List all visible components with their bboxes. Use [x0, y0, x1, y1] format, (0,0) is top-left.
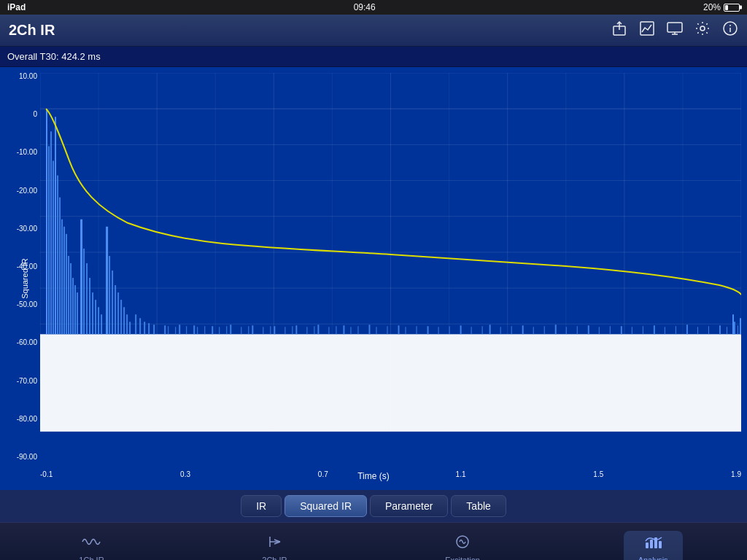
- svg-rect-128: [599, 327, 600, 334]
- svg-rect-131: [643, 326, 643, 334]
- svg-rect-45: [68, 256, 69, 334]
- svg-rect-132: [665, 327, 665, 334]
- share-icon[interactable]: [611, 20, 627, 40]
- svg-rect-100: [219, 327, 220, 334]
- y-tick-7: -60.00: [0, 339, 40, 346]
- info-icon[interactable]: [722, 20, 738, 40]
- svg-rect-36: [48, 146, 50, 334]
- svg-rect-135: [708, 326, 709, 334]
- svg-rect-54: [92, 292, 93, 334]
- svg-rect-122: [500, 327, 501, 334]
- svg-rect-55: [95, 300, 96, 334]
- svg-rect-88: [555, 324, 557, 334]
- svg-rect-136: [727, 327, 727, 334]
- svg-rect-35: [46, 109, 47, 334]
- svg-rect-139: [740, 318, 741, 334]
- nav-2ch-ir-label: 2Ch IR: [262, 556, 287, 561]
- status-time: 09:46: [354, 2, 376, 12]
- status-bar: iPad 09:46 20%: [0, 0, 747, 15]
- analysis-icon: [643, 534, 663, 554]
- svg-rect-124: [533, 327, 534, 334]
- y-tick-0: 10.00: [0, 73, 40, 80]
- svg-rect-98: [197, 327, 198, 334]
- y-tick-3: -20.00: [0, 187, 40, 195]
- svg-rect-120: [471, 327, 472, 334]
- svg-rect-60: [112, 271, 113, 334]
- nav-1ch-ir[interactable]: 1Ch IR: [64, 531, 118, 561]
- tab-squared-ir[interactable]: Squared IR: [285, 495, 367, 517]
- x-axis-label: Time (s): [357, 471, 390, 481]
- svg-rect-56: [98, 307, 99, 334]
- y-tick-9: -80.00: [0, 416, 40, 423]
- svg-rect-62: [117, 292, 119, 334]
- svg-rect-125: [544, 326, 545, 334]
- svg-rect-70: [148, 323, 150, 334]
- x-tick-1: 0.3: [180, 470, 190, 478]
- svg-rect-69: [144, 322, 145, 334]
- nav-analysis[interactable]: Analysis: [624, 531, 683, 561]
- svg-rect-77: [252, 325, 253, 334]
- title-bar: 2Ch IR: [0, 15, 747, 47]
- excitation-icon: [452, 534, 473, 554]
- svg-rect-126: [566, 327, 567, 334]
- svg-rect-110: [328, 327, 329, 334]
- svg-rect-53: [89, 278, 90, 334]
- svg-rect-107: [292, 326, 293, 334]
- svg-rect-108: [306, 327, 307, 334]
- svg-rect-145: [646, 542, 649, 548]
- nav-excitation-label: Excitation: [445, 556, 480, 561]
- bottom-nav: 1Ch IR 2Ch IR Excitation: [0, 522, 747, 560]
- tab-ir[interactable]: IR: [241, 495, 282, 517]
- svg-rect-103: [248, 326, 249, 334]
- svg-rect-50: [80, 219, 82, 335]
- svg-rect-73: [179, 324, 180, 334]
- svg-rect-66: [129, 322, 131, 334]
- svg-rect-115: [387, 326, 387, 334]
- tab-parameter[interactable]: Parameter: [370, 495, 448, 517]
- y-axis-label: Squared IR: [20, 258, 29, 299]
- nav-2ch-ir[interactable]: 2Ch IR: [247, 531, 301, 561]
- svg-rect-72: [164, 325, 166, 334]
- info-bar: Overall T30: 424.2 ms: [0, 47, 747, 67]
- chart-tab-bar: IR Squared IR Parameter Table: [0, 490, 747, 522]
- x-tick-5: 1.9: [731, 470, 741, 478]
- svg-rect-80: [317, 324, 319, 334]
- y-tick-1: 0: [0, 111, 40, 118]
- svg-rect-49: [77, 292, 78, 334]
- tab-table[interactable]: Table: [451, 495, 506, 517]
- svg-rect-37: [50, 131, 52, 334]
- svg-rect-40: [57, 176, 58, 335]
- svg-rect-86: [489, 324, 491, 334]
- svg-rect-111: [336, 326, 336, 334]
- svg-rect-127: [577, 326, 578, 334]
- svg-rect-118: [438, 327, 439, 334]
- svg-rect-46: [70, 263, 71, 334]
- display-icon[interactable]: [667, 20, 683, 40]
- nav-1ch-ir-label: 1Ch IR: [79, 556, 104, 561]
- svg-rect-129: [610, 326, 611, 334]
- svg-rect-52: [86, 263, 88, 334]
- svg-rect-138: [732, 314, 734, 334]
- nav-analysis-label: Analysis: [638, 556, 668, 561]
- battery-percent: 20%: [703, 2, 721, 12]
- chart-container: 10.00 0 -10.00 -20.00 -30.00 -40.00 -50.…: [0, 67, 747, 490]
- svg-rect-104: [263, 327, 263, 334]
- nav-excitation[interactable]: Excitation: [430, 531, 495, 561]
- chart-svg: [40, 73, 741, 461]
- svg-rect-130: [632, 327, 632, 334]
- svg-rect-3: [667, 23, 682, 32]
- gear-icon[interactable]: [694, 20, 711, 40]
- svg-rect-117: [417, 326, 417, 334]
- svg-rect-92: [686, 324, 688, 334]
- svg-rect-68: [139, 318, 141, 334]
- chart-trend-icon[interactable]: [639, 20, 655, 40]
- svg-rect-137: [738, 325, 738, 334]
- svg-rect-79: [295, 325, 297, 334]
- svg-rect-34: [40, 334, 741, 432]
- status-battery-area: 20%: [703, 2, 740, 12]
- svg-rect-74: [193, 325, 195, 334]
- svg-rect-39: [55, 117, 56, 334]
- svg-rect-119: [449, 326, 450, 334]
- waveform-bars: [46, 109, 741, 334]
- 1ch-ir-icon: [81, 534, 101, 554]
